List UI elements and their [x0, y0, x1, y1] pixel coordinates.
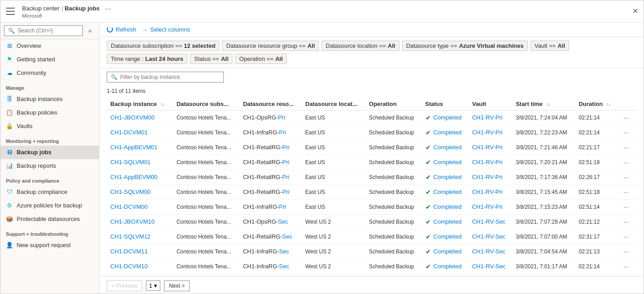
- filter-datasource-location[interactable]: Datasource location == All: [322, 41, 399, 51]
- filter-vault[interactable]: Vault == All: [531, 41, 569, 51]
- cell-op-4: Scheduled Backup: [365, 170, 422, 184]
- sidebar-item-protectable-datasources[interactable]: 📦 Protectable datasources: [0, 212, 99, 226]
- vault-link-6[interactable]: CH1-RV-Pri: [472, 203, 503, 210]
- cloud-icon: ☁: [6, 69, 13, 77]
- sidebar-item-overview[interactable]: ⊞ Overview: [0, 39, 99, 53]
- vault-link-3[interactable]: CH1-RV-Pri: [472, 159, 503, 165]
- instance-link-5[interactable]: CH1-SQLVM00: [110, 188, 150, 195]
- instance-link-0[interactable]: CH1-JBOXVM00: [110, 114, 154, 121]
- filter-input-box[interactable]: 🔍: [107, 72, 224, 83]
- filter-datasource-type[interactable]: Datasource type == Azure Virtual machine…: [402, 41, 528, 51]
- instance-link-1[interactable]: CH1-DCVM01: [110, 129, 148, 136]
- sidebar-item-backup-jobs[interactable]: ⊟ Backup jobs: [0, 146, 99, 159]
- vault-link-9[interactable]: CH1-RV-Sec: [472, 248, 505, 255]
- sidebar-item-new-support-request[interactable]: 👤 New support request: [0, 239, 99, 252]
- sidebar-search-box[interactable]: 🔍: [4, 25, 83, 36]
- instance-link-6[interactable]: CH1-DCVM00: [110, 203, 148, 210]
- vault-link-8[interactable]: CH1-RV-Sec: [472, 233, 505, 240]
- cell-start-2: 3/8/2021, 7:21:46 AM: [512, 140, 575, 155]
- row-more-button-9[interactable]: ···: [621, 247, 631, 256]
- row-more-button-10[interactable]: ···: [621, 262, 631, 271]
- cell-more-9: ···: [617, 244, 636, 259]
- completed-icon-3: ✔: [425, 159, 431, 165]
- sidebar-item-backup-instances[interactable]: 🗄 Backup instances: [0, 92, 99, 106]
- col-header-duration[interactable]: Duration ↑↓: [575, 98, 617, 110]
- row-more-button-8[interactable]: ···: [621, 232, 631, 241]
- chevron-down-icon: ▾: [154, 282, 157, 289]
- jobs-icon: ⊟: [6, 149, 13, 156]
- sidebar-item-vaults[interactable]: 🔒 Vaults: [0, 119, 99, 133]
- pagination: < Previous 1 ▾ Next >: [100, 276, 644, 294]
- filter-time-range[interactable]: Time range : Last 24 hours: [107, 54, 187, 64]
- sidebar: 🔍 « ⊞ Overview ⚑ Getting started ☁ Commu…: [0, 23, 100, 294]
- cell-vault-1: CH1-RV-Pri: [468, 125, 512, 140]
- vault-link-5[interactable]: CH1-RV-Pri: [472, 188, 503, 195]
- next-page-button[interactable]: Next >: [164, 280, 190, 291]
- sidebar-item-backup-compliance[interactable]: 🛡 Backup compliance: [0, 185, 99, 199]
- row-more-button-1[interactable]: ···: [621, 128, 631, 137]
- row-more-button-4[interactable]: ···: [621, 173, 631, 182]
- instance-link-4[interactable]: CH1-AppBEVM00: [110, 174, 158, 180]
- col-header-start-time[interactable]: Start time ↑↓: [512, 98, 575, 110]
- sidebar-item-azure-policies[interactable]: ⚙ Azure policies for backup: [0, 199, 99, 212]
- table-row: CH1-DCVM11 Contoso Hotels Tena... CH1-In…: [107, 244, 636, 259]
- vault-link-0[interactable]: CH1-RV-Pri: [472, 114, 503, 121]
- instance-link-3[interactable]: CH1-SQLVM01: [110, 159, 150, 165]
- flag-icon: ⚑: [6, 56, 13, 63]
- vault-link-4[interactable]: CH1-RV-Pri: [472, 174, 503, 180]
- filter-operation[interactable]: Operation == All: [235, 54, 287, 64]
- select-columns-button[interactable]: → Select columns: [142, 26, 190, 33]
- cell-loc-1: East US: [302, 125, 365, 140]
- instance-link-9[interactable]: CH1-DCVM11: [110, 248, 148, 255]
- sidebar-item-community[interactable]: ☁ Community: [0, 66, 99, 80]
- main-content: Refresh → Select columns Datasource subs…: [100, 23, 644, 294]
- prev-page-button[interactable]: < Previous: [107, 280, 142, 291]
- filter-bar: Datasource subscription == 12 selected D…: [100, 37, 644, 68]
- filter-status[interactable]: Status == All: [190, 54, 232, 64]
- row-more-button-5[interactable]: ···: [621, 188, 631, 197]
- cell-sub-9: Contoso Hotels Tena...: [173, 244, 239, 259]
- instance-link-7[interactable]: CH1-JBOXVM10: [110, 218, 154, 225]
- filter-datasource-rg[interactable]: Datasource resource group == All: [222, 41, 319, 51]
- cell-loc-3: East US: [302, 155, 365, 170]
- vault-link-1[interactable]: CH1-RV-Pri: [472, 129, 503, 136]
- table-row: CH1-DCVM00 Contoso Hotels Tena... CH1-In…: [107, 199, 636, 214]
- close-button[interactable]: ✕: [632, 7, 638, 15]
- instance-link-2[interactable]: CH1-AppBEVM01: [110, 144, 158, 151]
- vault-link-7[interactable]: CH1-RV-Sec: [472, 218, 505, 225]
- row-more-button-0[interactable]: ···: [621, 113, 631, 122]
- filter-by-backup-instance-input[interactable]: [120, 74, 220, 80]
- cell-op-10: Scheduled Backup: [365, 259, 422, 274]
- hamburger-icon[interactable]: [6, 8, 15, 15]
- row-more-button-6[interactable]: ···: [621, 202, 631, 211]
- vault-link-10[interactable]: CH1-RV-Sec: [472, 263, 505, 270]
- search-input[interactable]: [18, 28, 79, 34]
- sidebar-item-backup-policies[interactable]: 📋 Backup policies: [0, 106, 99, 119]
- section-policy-compliance: Policy and compliance: [0, 173, 99, 185]
- refresh-icon: [107, 26, 113, 32]
- instance-link-10[interactable]: CH1-DCVM10: [110, 263, 148, 270]
- row-more-button-2[interactable]: ···: [621, 143, 631, 152]
- page-selector[interactable]: 1 ▾: [146, 280, 160, 291]
- col-header-backup-instance[interactable]: Backup instance ↑↓: [107, 98, 173, 110]
- collapse-sidebar-button[interactable]: «: [85, 25, 95, 36]
- cell-duration-3: 02:51:18: [575, 155, 617, 170]
- row-more-button-7[interactable]: ···: [621, 217, 631, 226]
- cell-rg-5: CH1-RetailRG-Pri: [239, 184, 301, 199]
- refresh-button[interactable]: Refresh: [107, 26, 136, 33]
- filter-datasource-sub[interactable]: Datasource subscription == 12 selected: [107, 41, 219, 51]
- cell-more-3: ···: [617, 155, 636, 170]
- sidebar-item-getting-started[interactable]: ⚑ Getting started: [0, 53, 99, 66]
- cell-vault-2: CH1-RV-Pri: [468, 140, 512, 155]
- table-row: CH1-DCVM01 Contoso Hotels Tena... CH1-In…: [107, 125, 636, 140]
- instance-link-8[interactable]: CH1-SQLVM12: [110, 233, 150, 240]
- sort-icon-backup-instance: ↑↓: [160, 102, 165, 107]
- cell-more-1: ···: [617, 125, 636, 140]
- more-options-button[interactable]: ···: [105, 5, 111, 13]
- vault-link-2[interactable]: CH1-RV-Pri: [472, 144, 503, 151]
- cell-op-7: Scheduled Backup: [365, 214, 422, 229]
- row-more-button-3[interactable]: ···: [621, 158, 631, 167]
- cell-duration-1: 02:21:14: [575, 125, 617, 140]
- cell-loc-0: East US: [302, 110, 365, 125]
- sidebar-item-backup-reports[interactable]: 📊 Backup reports: [0, 159, 99, 173]
